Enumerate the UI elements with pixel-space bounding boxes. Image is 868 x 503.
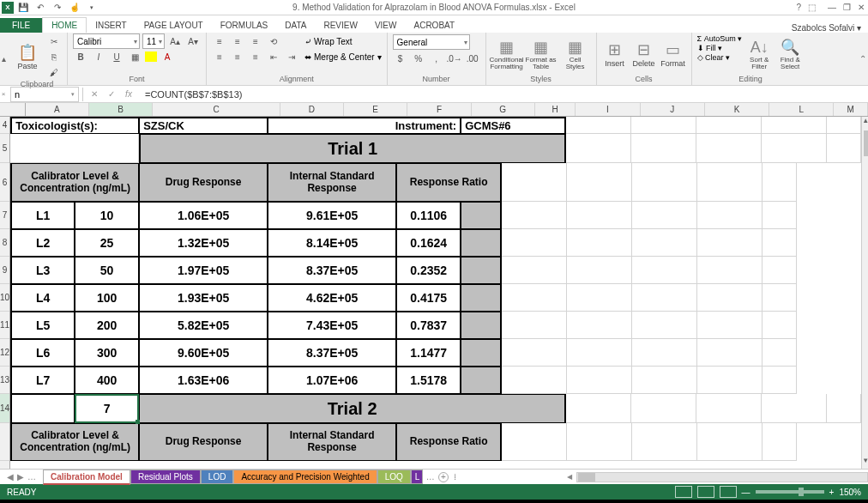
scroll-up-icon[interactable]: ▲ [862, 117, 868, 129]
orientation-icon[interactable]: ⟲ [266, 34, 281, 48]
format-as-table-button[interactable]: ▦Format as Table [526, 34, 557, 74]
increase-indent-icon[interactable]: ⇥ [284, 50, 299, 64]
col-L[interactable]: L [769, 103, 834, 116]
minimize-icon[interactable]: — [828, 3, 836, 12]
ratio-cell[interactable]: 0.1106 [396, 202, 461, 229]
fill-color-button[interactable] [145, 52, 157, 62]
enter-formula-icon[interactable]: ✓ [104, 89, 119, 99]
number-format-dropdown[interactable]: General [393, 34, 470, 50]
col-G[interactable]: G [472, 103, 535, 116]
comma-icon[interactable]: , [429, 52, 444, 65]
touch-icon[interactable]: ☝ [67, 1, 82, 15]
sheet-tab-loq[interactable]: LOQ [377, 470, 411, 484]
row-9[interactable]: 9 [0, 257, 9, 284]
normal-view-icon[interactable] [675, 486, 692, 498]
istd-cell[interactable]: 7.43E+05 [268, 312, 396, 339]
tab-review[interactable]: REVIEW [315, 18, 365, 33]
istd-cell[interactable]: 4.62E+05 [268, 284, 396, 312]
row-15-partial[interactable] [0, 423, 9, 461]
ratio-cell[interactable]: 1.5178 [396, 367, 461, 394]
col-M[interactable]: M [834, 103, 868, 116]
decrease-decimal-icon[interactable]: .00 [465, 52, 480, 65]
undo-icon[interactable]: ↶ [33, 1, 48, 15]
tab-data[interactable]: DATA [276, 18, 315, 33]
istd-cell[interactable]: 8.14E+05 [268, 229, 396, 257]
istd-cell[interactable]: 1.07E+06 [268, 367, 396, 394]
italic-button[interactable]: I [91, 50, 106, 64]
tab-view[interactable]: VIEW [366, 18, 406, 33]
tab-file[interactable]: FILE [0, 18, 42, 33]
level-cell[interactable]: L1 [10, 202, 75, 229]
fill-button[interactable]: ⬇ Fill ▾ [697, 44, 743, 52]
row-10[interactable]: 10 [0, 284, 9, 312]
merge-center-button[interactable]: ⬌ Merge & Center ▾ [304, 50, 382, 64]
conc-cell[interactable]: 200 [75, 312, 139, 339]
tab-acrobat[interactable]: ACROBAT [405, 18, 463, 33]
align-right-icon[interactable]: ≡ [248, 50, 263, 64]
col-J[interactable]: J [641, 103, 705, 116]
sheet-tab-residual[interactable]: Residual Plots [130, 470, 201, 484]
align-top-icon[interactable]: ≡ [212, 34, 227, 48]
border-button[interactable]: ▦ [127, 50, 142, 64]
istd-cell[interactable]: 8.37E+05 [268, 257, 396, 284]
font-name-dropdown[interactable]: Calibri [73, 33, 140, 49]
user-name[interactable]: Szabolcs Sofalvi ▾ [792, 23, 868, 33]
page-break-view-icon[interactable] [720, 486, 737, 498]
drug-cell[interactable]: 9.60E+05 [139, 339, 268, 367]
font-size-dropdown[interactable]: 11 [142, 33, 165, 49]
font-color-button[interactable]: A [160, 50, 175, 64]
conditional-formatting-button[interactable]: ▦Conditional Formatting [491, 34, 522, 74]
col-C[interactable]: C [153, 103, 280, 116]
sheet-tab-lod[interactable]: LOD [201, 470, 234, 484]
level-cell[interactable]: L5 [10, 312, 75, 339]
ratio-cell[interactable]: 0.4175 [396, 284, 461, 312]
sort-filter-button[interactable]: A↓Sort & Filter [745, 34, 773, 74]
ratio-cell[interactable]: 1.1477 [396, 339, 461, 367]
level-cell[interactable]: L4 [10, 284, 75, 312]
delete-cells-button[interactable]: ⊟Delete [631, 34, 657, 74]
cancel-formula-icon[interactable]: ✕ [87, 89, 102, 99]
col-D[interactable]: D [280, 103, 344, 116]
sheet-more-icon[interactable]: … [423, 472, 438, 482]
help-icon[interactable]: ? [796, 3, 801, 12]
underline-button[interactable]: U [109, 50, 124, 64]
vertical-scrollbar[interactable]: ▲ ▼ [861, 117, 868, 469]
select-all-corner[interactable] [0, 103, 26, 116]
zoom-out-icon[interactable]: — [742, 488, 750, 497]
sheet-nav-next-icon[interactable]: ▶ [17, 472, 24, 482]
insert-cells-button[interactable]: ⊞Insert [602, 34, 628, 74]
wrap-text-button[interactable]: ⤶ Wrap Text [304, 34, 382, 48]
conc-cell[interactable]: 50 [75, 257, 139, 284]
qat-customize-icon[interactable]: ▾ [84, 1, 99, 15]
fx-icon[interactable]: fx [121, 89, 136, 99]
col-I[interactable]: I [576, 103, 640, 116]
format-cells-button[interactable]: ▭Format [660, 34, 686, 74]
ratio-cell[interactable]: 0.2352 [396, 257, 461, 284]
excel-icon[interactable]: X [2, 2, 14, 14]
col-F[interactable]: F [407, 103, 471, 116]
drug-cell[interactable]: 1.93E+05 [139, 284, 268, 312]
row-5[interactable]: 5 [0, 134, 9, 163]
col-K[interactable]: K [705, 103, 769, 116]
row-7[interactable]: 7 [0, 202, 9, 229]
align-bottom-icon[interactable]: ≡ [248, 34, 263, 48]
conc-cell[interactable]: 25 [75, 229, 139, 257]
conc-cell[interactable]: 10 [75, 202, 139, 229]
percent-icon[interactable]: % [411, 52, 426, 65]
row-11[interactable]: 11 [0, 312, 9, 339]
row-14[interactable]: 14 [0, 394, 9, 423]
istd-cell[interactable]: 8.37E+05 [268, 339, 396, 367]
ribbon-collapse-up-icon[interactable]: ⌃ [858, 33, 868, 85]
currency-icon[interactable]: $ [393, 52, 408, 65]
row-12[interactable]: 12 [0, 339, 9, 367]
sheet-tab-calibration[interactable]: Calibration Model [43, 470, 130, 485]
autosum-button[interactable]: Σ AutoSum ▾ [697, 34, 743, 43]
ratio-cell[interactable]: 0.7837 [396, 312, 461, 339]
align-center-icon[interactable]: ≡ [230, 50, 245, 64]
ribbon-collapse-icon[interactable]: ▴ [0, 33, 7, 85]
row-6[interactable]: 6 [0, 163, 9, 202]
save-icon[interactable]: 💾 [15, 1, 31, 15]
drug-cell[interactable]: 1.97E+05 [139, 257, 268, 284]
row-13[interactable]: 13 [0, 367, 9, 394]
align-left-icon[interactable]: ≡ [212, 50, 227, 64]
